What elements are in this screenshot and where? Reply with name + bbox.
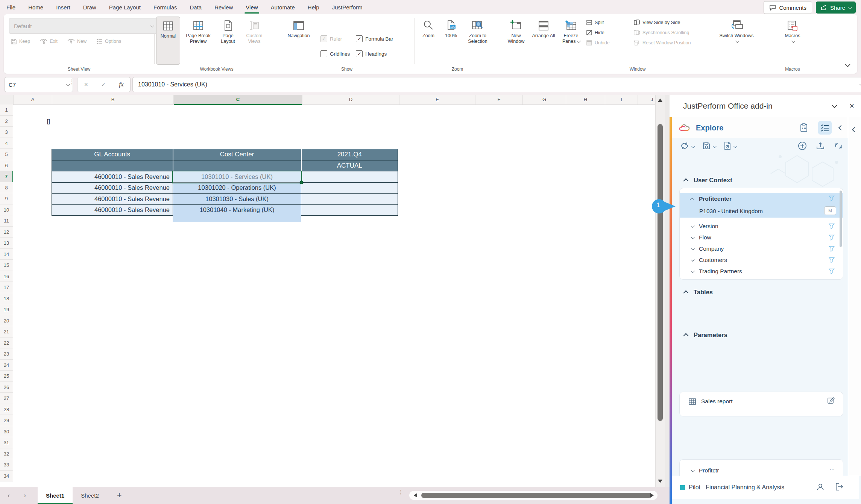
save-icon[interactable] [702,142,711,151]
arrange-all-button[interactable]: Arrange All [531,17,556,64]
column-header-b[interactable]: B [52,95,174,104]
row-header-22[interactable]: 22 [0,338,13,349]
row-header-33[interactable]: 33 [0,459,13,471]
more-options-icon[interactable]: ... [830,465,835,472]
scroll-up-arrow[interactable] [658,98,662,102]
column-header-a[interactable]: A [14,95,52,104]
unhide-button[interactable]: Unhide [586,38,630,47]
gridlines-checkbox[interactable]: Gridlines [320,49,350,59]
filter-icon[interactable] [829,246,835,252]
row-header-18[interactable]: 18 [0,293,13,304]
menu-review[interactable]: Review [208,0,239,14]
fill-handle[interactable] [300,181,303,184]
member-p1030[interactable]: P1030 - United Kingdom M [680,205,843,218]
subheader-cell[interactable] [52,160,173,171]
share-dropdown-icon[interactable] [848,5,852,9]
dimension-company[interactable]: Company [680,243,843,254]
row-header-11[interactable]: 11 [0,215,13,227]
navigation-button[interactable]: Navigation [283,17,314,64]
tab-sheet2[interactable]: Sheet2 [73,487,107,504]
filter-icon[interactable] [829,257,835,263]
tab-sheet1[interactable]: Sheet1 [38,487,73,504]
column-header-h[interactable]: H [566,95,605,104]
section-user-context[interactable]: User Context [685,177,732,184]
column-header-e[interactable]: E [399,95,475,104]
scroll-right-arrow[interactable] [650,493,654,498]
ruler-checkbox[interactable]: Ruler [320,34,350,44]
cell[interactable]: 10301030 - Sales (UK) [173,194,301,205]
column-header-g[interactable]: G [523,95,566,104]
row-header-10[interactable]: 10 [0,204,13,216]
row-header-28[interactable]: 28 [0,404,13,415]
cell[interactable] [301,194,398,205]
chevron-down-icon[interactable] [691,144,695,148]
refresh-icon[interactable] [680,142,689,151]
freeze-panes-button[interactable]: Freeze Panes [559,17,583,64]
filter-icon[interactable] [829,235,835,241]
sign-out-icon[interactable] [835,482,844,493]
row-header-3[interactable]: 3 [0,127,13,138]
menu-file[interactable]: File [0,0,22,14]
checklist-view-icon[interactable] [818,121,832,135]
zoom-to-selection-button[interactable]: Zoom to Selection [463,17,492,64]
vertical-scroll-thumb[interactable] [658,124,663,421]
normal-view-button[interactable]: Normal [156,17,180,65]
cell[interactable]: 46000010 - Sales Revenue [52,204,173,216]
new-window-button[interactable]: New Window [504,17,528,64]
expand-formula-bar-icon[interactable] [859,82,861,86]
row-header-14[interactable]: 14 [0,249,13,260]
cell[interactable]: 46000010 - Sales Revenue [52,194,173,205]
split-button[interactable]: Split [586,18,630,27]
tabs-scroll-left-icon[interactable]: ‹ [0,492,17,499]
chevron-down-icon[interactable] [713,144,717,148]
row-header-32[interactable]: 32 [0,448,13,460]
hide-button[interactable]: Hide [586,28,630,37]
horizontal-scroll-thumb[interactable] [421,493,651,498]
column-header-f[interactable]: F [475,95,523,104]
scroll-down-arrow[interactable] [658,480,662,483]
synchronous-scrolling-button[interactable]: Synchronous Scrolling [633,28,715,37]
tabs-scroll-right-icon[interactable]: › [17,492,32,499]
header-cost-center[interactable]: Cost Center [173,149,301,160]
row-header-5[interactable]: 5 [0,149,13,160]
dimension-profitcenter[interactable]: Profitcenter [680,193,843,205]
row-header-7[interactable]: 7 [0,171,13,182]
dimension-trading-partners[interactable]: Trading Partners [680,266,843,277]
row-header-26[interactable]: 26 [0,382,13,393]
cell[interactable]: 46000010 - Sales Revenue [52,171,173,183]
macros-button[interactable]: Macros [779,17,806,64]
menu-justperform[interactable]: JustPerform [326,0,369,14]
row-header-20[interactable]: 20 [0,315,13,327]
formula-input[interactable]: 10301010 - Services (UK) [132,77,861,92]
header-gl-accounts[interactable]: GL Accounts [52,149,173,160]
row-header-21[interactable]: 21 [0,326,13,338]
cell[interactable]: 10301020 - Operations (UK) [173,182,301,194]
select-all-corner[interactable] [0,95,14,104]
menu-formulas[interactable]: Formulas [147,0,184,14]
sheet-view-dropdown[interactable]: Default [9,18,158,34]
exit-sheet-view-button[interactable]: Exit [40,37,58,46]
new-sheet-view-button[interactable]: New [67,37,87,46]
keep-button[interactable]: Keep [11,37,30,46]
row-header-6[interactable]: 6 [0,160,13,171]
row-header-15[interactable]: 15 [0,260,13,271]
menu-automate[interactable]: Automate [264,0,301,14]
dimension-customers[interactable]: Customers [680,254,843,266]
subheader-cell[interactable] [173,160,301,171]
row-header-13[interactable]: 13 [0,238,13,249]
row-header-12[interactable]: 12 [0,227,13,238]
row-header-16[interactable]: 16 [0,271,13,282]
row-header-29[interactable]: 29 [0,415,13,426]
page-break-preview-button[interactable]: Page Break Preview [182,17,215,64]
drag-handle-dots[interactable]: ⋮ [69,80,72,83]
cell[interactable]: 46000010 - Sales Revenue [52,182,173,194]
zoom-100-button[interactable]: 100 100% [441,17,461,64]
row-header-27[interactable]: 27 [0,393,13,404]
collapse-left-icon[interactable] [838,125,844,130]
row-header-25[interactable]: 25 [0,371,13,382]
fx-icon[interactable]: fx [119,81,123,88]
menu-insert[interactable]: Insert [50,0,77,14]
headings-checkbox[interactable]: Headings [356,49,393,59]
dimension-version[interactable]: Version [680,221,843,232]
zoom-button[interactable]: Zoom [418,17,439,64]
